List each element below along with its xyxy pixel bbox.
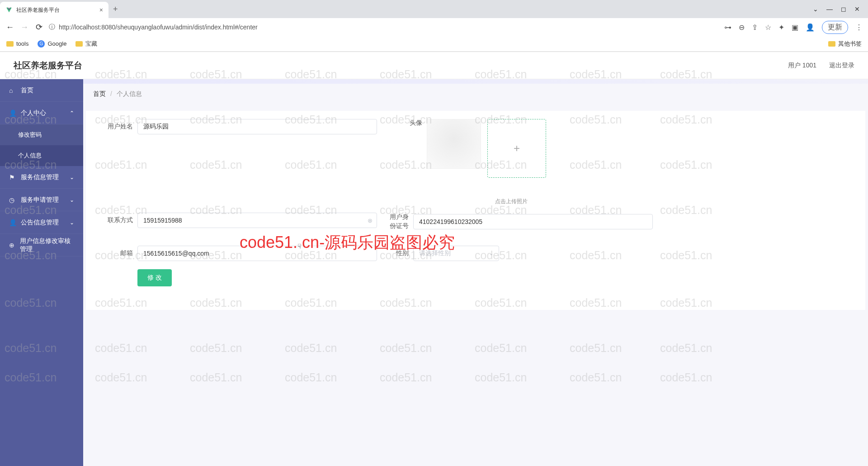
chevron-down-icon: ⌄ — [70, 174, 74, 181]
content-area: 首页 / 个人信息 用户姓名 头像 + 点击上传照片 — [83, 79, 868, 466]
update-button[interactable]: 更新 — [822, 21, 848, 34]
user-icon: 👤 — [9, 109, 16, 117]
bookmark-others[interactable]: 其他书签 — [828, 40, 862, 48]
chevron-down-icon: ⌄ — [70, 219, 74, 226]
sidebar-item-personal[interactable]: 👤个人中心⌃ — [0, 102, 83, 124]
key-icon[interactable]: ⊶ — [724, 23, 731, 32]
submit-button[interactable]: 修 改 — [137, 269, 172, 286]
browser-chrome: 社区养老服务平台 × + ⌄ — ◻ ✕ ← → ⟳ ⓘ http://loca… — [0, 0, 868, 52]
label-username: 用户姓名 — [97, 123, 137, 131]
label-contact: 联系方式 — [97, 216, 137, 224]
sidebar-subitem-profile[interactable]: 个人信息 — [0, 145, 83, 166]
clock-icon: ◷ — [9, 196, 16, 204]
browser-tab[interactable]: 社区养老服务平台 × — [0, 2, 108, 18]
forward-button[interactable]: → — [20, 23, 29, 32]
user-label[interactable]: 用户 1001 — [788, 62, 816, 70]
reload-button[interactable]: ⟳ — [34, 22, 43, 32]
google-icon: G — [38, 40, 45, 48]
main-layout: ⌂首页 👤个人中心⌃ 修改密码 个人信息 ⚑服务信息管理⌄ ◷服务申请管理⌄ 👤… — [0, 79, 868, 466]
new-tab-button[interactable]: + — [113, 5, 118, 14]
home-icon: ⌂ — [9, 87, 16, 94]
folder-icon — [6, 41, 14, 47]
window-controls: ⌄ — ◻ ✕ — [805, 5, 868, 13]
sidebar: ⌂首页 👤个人中心⌃ 修改密码 个人信息 ⚑服务信息管理⌄ ◷服务申请管理⌄ 👤… — [0, 79, 83, 466]
info-icon: ⓘ — [49, 23, 55, 31]
app-title: 社区养老服务平台 — [14, 60, 82, 71]
bookmark-tools[interactable]: tools — [6, 40, 28, 47]
label-email: 邮箱 — [97, 249, 137, 257]
contact-input[interactable] — [137, 213, 377, 228]
label-idcard: 用户身份证号 — [386, 213, 413, 230]
sidepanel-icon[interactable]: ▣ — [792, 23, 798, 32]
url-text: http://localhost:8080/sheuquyanglaofuwu/… — [59, 24, 258, 31]
upload-text: 点击上传照片 — [476, 198, 546, 205]
close-icon[interactable]: × — [99, 6, 103, 14]
maximize-icon[interactable]: ◻ — [841, 5, 846, 13]
breadcrumb-current: 个人信息 — [117, 90, 142, 97]
minimize-icon[interactable]: — — [826, 5, 833, 13]
share-icon[interactable]: ⇪ — [752, 23, 758, 32]
bookmark-bar: tools GGoogle 宝藏 其他书签 — [0, 36, 868, 52]
zoom-icon[interactable]: ⊖ — [739, 23, 745, 32]
clear-icon[interactable]: ⊗ — [368, 217, 373, 224]
tab-title: 社区养老服务平台 — [16, 6, 96, 14]
user-icon: 👤 — [9, 219, 16, 226]
logout-link[interactable]: 退出登录 — [829, 62, 854, 70]
sidebar-item-notice[interactable]: 👤公告信息管理⌄ — [0, 211, 83, 234]
username-input[interactable] — [137, 119, 377, 134]
star-icon[interactable]: ☆ — [765, 23, 771, 32]
profile-form: 用户姓名 头像 + 点击上传照片 联系方式 — [86, 111, 865, 310]
sidebar-item-service-info[interactable]: ⚑服务信息管理⌄ — [0, 166, 83, 189]
chevron-up-icon: ⌃ — [70, 110, 74, 116]
gear-icon: ⊕ — [9, 242, 15, 249]
folder-icon — [828, 41, 835, 47]
sidebar-subitem-changepw[interactable]: 修改密码 — [0, 124, 83, 145]
vue-icon — [5, 6, 13, 14]
bookmark-google[interactable]: GGoogle — [38, 40, 66, 48]
menu-icon[interactable]: ⋮ — [855, 23, 863, 32]
cursor-icon: ☟ — [297, 243, 302, 250]
breadcrumb-home[interactable]: 首页 — [93, 90, 106, 97]
address-bar: ← → ⟳ ⓘ http://localhost:8080/sheuquyang… — [0, 18, 868, 36]
profile-icon[interactable]: 👤 — [806, 23, 815, 32]
avatar-preview — [427, 119, 481, 169]
email-input[interactable] — [137, 246, 377, 261]
gender-select[interactable]: 请选择性别 ⌄ — [413, 246, 499, 261]
sidebar-item-service-apply[interactable]: ◷服务申请管理⌄ — [0, 189, 83, 211]
close-window-icon[interactable]: ✕ — [854, 5, 860, 13]
sidebar-item-home[interactable]: ⌂首页 — [0, 79, 83, 102]
url-input[interactable]: ⓘ http://localhost:8080/sheuquyanglaofuw… — [49, 23, 719, 31]
folder-icon — [75, 41, 83, 47]
gradient-bar — [83, 79, 868, 84]
chevron-down-icon: ⌄ — [489, 251, 493, 257]
chevron-down-icon: ⌄ — [70, 197, 74, 203]
app-header: 社区养老服务平台 用户 1001 退出登录 — [0, 52, 868, 79]
chevron-down-icon[interactable]: ⌄ — [813, 5, 818, 13]
label-avatar: 头像 — [386, 119, 427, 127]
sidebar-item-user-audit[interactable]: ⊕用户信息修改审核管理 — [0, 234, 83, 257]
back-button[interactable]: ← — [5, 23, 14, 32]
tab-bar: 社区养老服务平台 × + ⌄ — ◻ ✕ — [0, 0, 868, 18]
extension-icon[interactable]: ✦ — [778, 23, 784, 32]
flag-icon: ⚑ — [9, 174, 16, 181]
label-gender: 性别 — [386, 249, 413, 257]
gender-placeholder: 请选择性别 — [419, 249, 451, 257]
upload-button[interactable]: + — [487, 119, 546, 178]
idcard-input[interactable] — [413, 214, 653, 229]
breadcrumb: 首页 / 个人信息 — [83, 84, 868, 105]
bookmark-baozang[interactable]: 宝藏 — [75, 40, 97, 48]
